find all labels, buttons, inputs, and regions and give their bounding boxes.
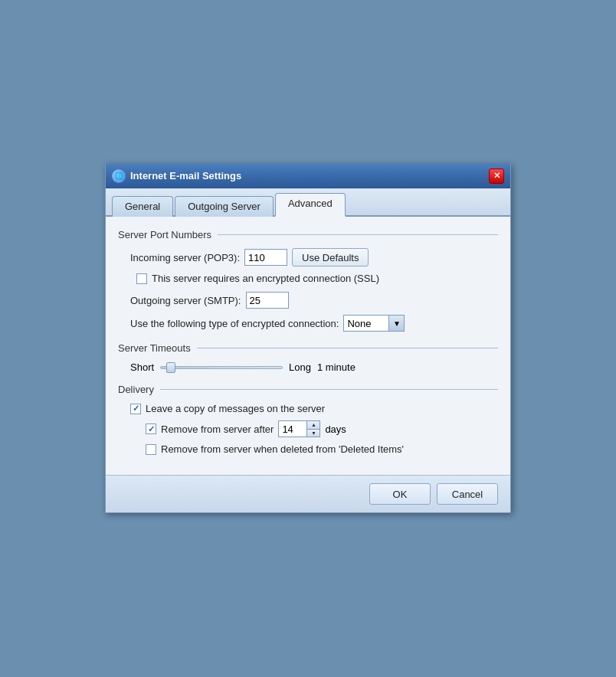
slider-thumb[interactable] — [166, 362, 175, 373]
timeout-slider[interactable] — [160, 366, 283, 369]
short-label: Short — [130, 361, 154, 373]
ssl-checkbox[interactable] — [136, 273, 147, 284]
days-label: days — [325, 424, 346, 435]
encrypt-type-label: Use the following type of encrypted conn… — [130, 318, 339, 329]
delivery-header: Delivery — [118, 384, 498, 395]
leave-copy-row: Leave a copy of messages on the server — [130, 403, 498, 414]
close-button[interactable]: ✕ — [489, 168, 504, 184]
outgoing-server-input[interactable] — [246, 292, 289, 309]
remove-after-row: Remove from server after ▲ ▼ days — [130, 420, 498, 437]
dialog: 🌐 Internet E-mail Settings ✕ General Out… — [105, 164, 511, 513]
delivery-body: Leave a copy of messages on the server R… — [118, 403, 498, 455]
title-bar-left: 🌐 Internet E-mail Settings — [112, 169, 241, 183]
incoming-server-input[interactable] — [244, 249, 287, 266]
server-ports-header: Server Port Numbers — [118, 229, 498, 240]
tab-general[interactable]: General — [112, 196, 173, 217]
delivery-section: Delivery Leave a copy of messages on the… — [118, 384, 498, 455]
spinner-controls: ▲ ▼ — [306, 421, 319, 437]
encrypt-type-value: None — [344, 318, 388, 329]
server-timeouts-header: Server Timeouts — [118, 342, 498, 354]
ok-button[interactable]: OK — [369, 483, 431, 505]
days-spinner[interactable]: ▲ ▼ — [278, 420, 320, 437]
days-input[interactable] — [279, 421, 306, 437]
remove-deleted-row: Remove from server when deleted from 'De… — [130, 443, 498, 455]
dropdown-arrow-icon[interactable]: ▼ — [388, 316, 404, 331]
leave-copy-checkbox[interactable] — [130, 404, 141, 414]
use-defaults-button[interactable]: Use Defaults — [292, 248, 369, 267]
leave-copy-label: Leave a copy of messages on the server — [146, 403, 325, 414]
encrypt-type-row: Use the following type of encrypted conn… — [130, 315, 498, 332]
ssl-checkbox-label: This server requires an encrypted connec… — [152, 273, 379, 284]
outgoing-server-label: Outgoing server (SMTP): — [130, 295, 241, 306]
server-ports-body: Incoming server (POP3): Use Defaults Thi… — [118, 248, 498, 332]
app-icon: 🌐 — [112, 169, 126, 183]
dialog-footer: OK Cancel — [106, 475, 510, 512]
server-timeouts-body: Short Long 1 minute — [118, 361, 498, 373]
tab-advanced[interactable]: Advanced — [275, 193, 346, 217]
remove-deleted-label: Remove from server when deleted from 'De… — [161, 443, 404, 455]
content-area: Server Port Numbers Incoming server (POP… — [106, 217, 510, 475]
tabs-bar: General Outgoing Server Advanced — [106, 188, 510, 217]
remove-deleted-checkbox[interactable] — [146, 444, 156, 455]
cancel-button[interactable]: Cancel — [437, 483, 498, 505]
ssl-checkbox-row: This server requires an encrypted connec… — [136, 273, 498, 284]
timeout-value: 1 minute — [317, 361, 356, 373]
tab-outgoing-server[interactable]: Outgoing Server — [175, 196, 274, 217]
server-ports-section: Server Port Numbers Incoming server (POP… — [118, 229, 498, 332]
remove-after-label: Remove from server after — [161, 424, 274, 435]
timeout-slider-row: Short Long 1 minute — [130, 361, 498, 373]
incoming-server-row: Incoming server (POP3): Use Defaults — [130, 248, 498, 267]
server-timeouts-section: Server Timeouts Short Long 1 minute — [118, 342, 498, 373]
spinner-up-button[interactable]: ▲ — [307, 421, 319, 430]
outgoing-server-row: Outgoing server (SMTP): — [130, 292, 498, 309]
title-bar: 🌐 Internet E-mail Settings ✕ — [106, 164, 510, 188]
encrypt-type-dropdown[interactable]: None ▼ — [343, 315, 405, 332]
remove-after-checkbox[interactable] — [146, 424, 156, 434]
dialog-title: Internet E-mail Settings — [130, 170, 241, 182]
long-label: Long — [289, 361, 311, 373]
incoming-server-label: Incoming server (POP3): — [130, 252, 240, 263]
spinner-down-button[interactable]: ▼ — [307, 430, 319, 437]
